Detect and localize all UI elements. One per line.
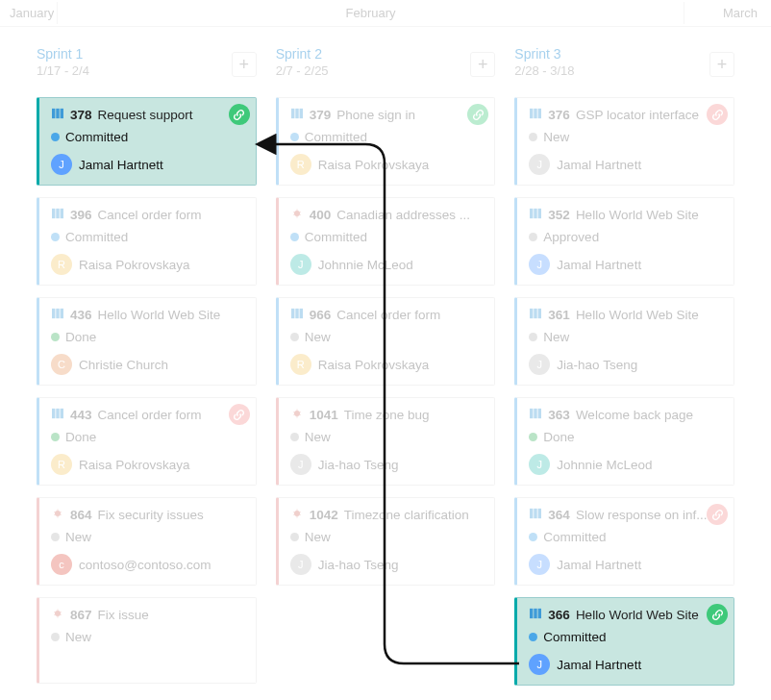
work-item-card[interactable]: 400 Canadian addresses ... Committed J J… — [276, 197, 496, 286]
link-icon[interactable] — [467, 104, 488, 125]
work-item-state: New — [543, 130, 569, 144]
card-title-row: 400 Canadian addresses ... — [290, 208, 484, 222]
work-item-type-icon — [51, 408, 64, 422]
svg-point-29 — [294, 211, 300, 216]
svg-rect-61 — [538, 309, 541, 318]
work-item-state: Done — [65, 430, 96, 444]
link-icon[interactable] — [229, 104, 250, 125]
work-item-card[interactable]: 352 Hello World Web Site Approved J Jama… — [514, 197, 734, 286]
card-state-row: New — [290, 330, 484, 344]
state-dot-icon — [529, 533, 537, 541]
work-item-card[interactable]: 436 Hello World Web Site Done C Christie… — [37, 297, 257, 386]
avatar: J — [290, 254, 311, 275]
card-state-row: Done — [529, 430, 722, 444]
work-item-state: New — [65, 630, 91, 644]
work-item-card[interactable]: 376 GSP locator interface New J Jamal Ha… — [514, 97, 734, 186]
link-icon[interactable] — [707, 604, 728, 625]
assignee-name: Raisa Pokrovskaya — [318, 158, 430, 172]
state-dot-icon — [529, 333, 537, 341]
sprint-header: Sprint 3 2/28 - 3/18 + — [514, 46, 734, 86]
work-item-card[interactable]: 867 Fix issue New — [37, 597, 257, 684]
work-item-card[interactable]: 363 Welcome back page Done J Johnnie McL… — [514, 397, 734, 486]
assignee-name: Jia-hao Tseng — [318, 458, 399, 472]
card-state-row: New — [290, 430, 484, 444]
sprint-dates: 2/7 - 2/25 — [276, 63, 496, 78]
svg-rect-5 — [61, 209, 63, 218]
svg-rect-4 — [56, 209, 59, 218]
work-item-state: New — [305, 430, 331, 444]
work-item-card[interactable]: 396 Cancel order form Committed R Raisa … — [37, 197, 257, 286]
work-item-card[interactable]: 1042 Timezone clarification New J Jia-ha… — [276, 497, 496, 586]
link-icon[interactable] — [707, 504, 728, 525]
svg-rect-0 — [52, 109, 55, 118]
card-title-row: 378 Request support — [51, 108, 244, 122]
svg-rect-6 — [52, 309, 55, 318]
work-item-title: Hello World Web Site — [576, 308, 699, 322]
work-item-card[interactable]: 1041 Time zone bug New J Jia-hao Tseng — [276, 397, 496, 486]
add-card-button[interactable]: + — [709, 52, 734, 77]
work-item-card[interactable]: 864 Fix security issues New c contoso@co… — [37, 497, 257, 586]
avatar: C — [51, 354, 72, 375]
avatar: J — [529, 454, 550, 475]
card-state-row: New — [51, 630, 244, 644]
work-item-card[interactable]: 378 Request support Committed J Jamal Ha… — [37, 97, 257, 186]
add-card-button[interactable]: + — [232, 52, 257, 77]
work-item-id: 378 — [70, 108, 92, 122]
work-item-state: Committed — [543, 630, 606, 644]
assignee-name: Raisa Pokrovskaya — [79, 458, 190, 472]
avatar: R — [290, 154, 311, 175]
state-dot-icon — [290, 133, 299, 141]
svg-rect-26 — [291, 109, 294, 118]
state-dot-icon — [51, 133, 60, 141]
state-dot-icon — [290, 533, 299, 541]
sprint-dates: 2/28 - 3/18 — [514, 63, 734, 78]
work-item-state: Approved — [543, 230, 599, 244]
work-item-card[interactable]: 966 Cancel order form New R Raisa Pokrov… — [276, 297, 496, 386]
card-state-row: Committed — [290, 130, 484, 144]
work-item-type-icon — [290, 208, 304, 222]
work-item-card[interactable]: 364 Slow response on inf... Committed J … — [514, 497, 734, 586]
work-item-card[interactable]: 379 Phone sign in Committed R Raisa Pokr… — [276, 97, 496, 186]
card-title-row: 352 Hello World Web Site — [529, 208, 722, 222]
svg-rect-64 — [538, 409, 541, 418]
svg-rect-7 — [56, 309, 59, 318]
add-card-button[interactable]: + — [470, 52, 495, 77]
svg-rect-37 — [295, 309, 298, 318]
month-january: January — [0, 2, 58, 24]
sprint-header: Sprint 2 2/7 - 2/25 + — [276, 46, 496, 86]
card-assignee-row: J Jia-hao Tseng — [290, 554, 484, 575]
sprint-title[interactable]: Sprint 2 — [276, 46, 496, 62]
sprint-title[interactable]: Sprint 3 — [514, 46, 734, 62]
assignee-name: Jamal Hartnett — [557, 658, 641, 672]
avatar: R — [290, 354, 311, 375]
card-title-row: 864 Fix security issues — [51, 508, 244, 522]
work-item-id: 366 — [548, 608, 570, 622]
work-item-type-icon — [290, 508, 304, 522]
avatar: R — [51, 454, 72, 475]
state-dot-icon — [529, 233, 537, 241]
state-dot-icon — [529, 433, 537, 441]
work-item-card[interactable]: 443 Cancel order form Done R Raisa Pokro… — [37, 397, 257, 486]
state-dot-icon — [51, 233, 60, 241]
svg-rect-36 — [291, 309, 294, 318]
card-assignee-row: J Jamal Hartnett — [529, 154, 722, 175]
work-item-card[interactable]: 366 Hello World Web Site Committed J Jam… — [514, 597, 734, 686]
svg-point-39 — [294, 411, 300, 416]
work-item-card[interactable]: 361 Hello World Web Site New J Jia-hao T… — [514, 297, 734, 386]
work-item-title: Hello World Web Site — [576, 608, 699, 622]
link-icon[interactable] — [229, 404, 250, 425]
svg-rect-10 — [56, 409, 59, 418]
card-state-row: New — [51, 530, 244, 544]
card-state-row: Done — [51, 430, 244, 444]
card-assignee-row: R Raisa Pokrovskaya — [51, 454, 244, 475]
sprint-title[interactable]: Sprint 1 — [37, 46, 257, 62]
card-title-row: 436 Hello World Web Site — [51, 308, 244, 322]
work-item-title: Timezone clarification — [344, 508, 469, 522]
card-state-row: New — [290, 530, 484, 544]
assignee-name: Jamal Hartnett — [557, 258, 641, 272]
avatar: J — [529, 254, 550, 275]
link-icon[interactable] — [707, 104, 728, 125]
card-assignee-row: J Jamal Hartnett — [529, 554, 722, 575]
sprint-column: Sprint 2 2/7 - 2/25 + 379 Phone sign in … — [276, 46, 496, 686]
work-item-title: Canadian addresses ... — [336, 208, 470, 222]
